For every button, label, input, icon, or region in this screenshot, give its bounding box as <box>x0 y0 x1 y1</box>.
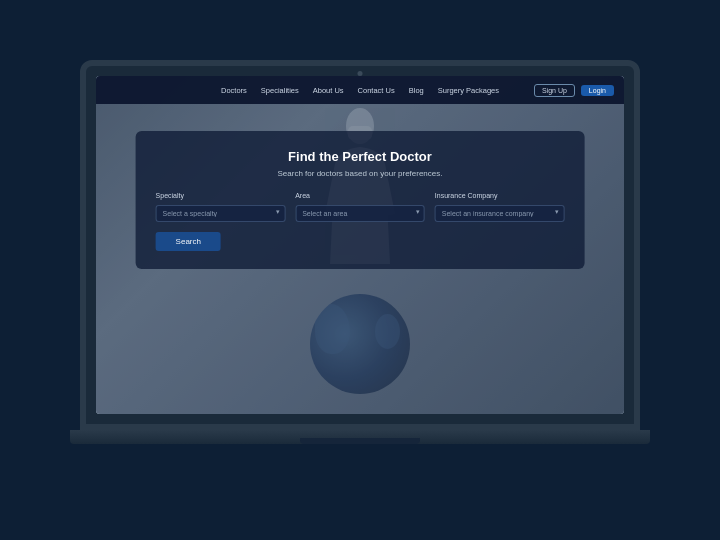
search-form: Specialty Select a specialty <box>156 192 565 251</box>
laptop-bezel: Doctors Specialities About Us Contact Us… <box>80 60 640 430</box>
area-label: Area <box>295 192 425 199</box>
hero-card: Find the Perfect Doctor Search for docto… <box>136 131 585 269</box>
search-fields: Specialty Select a specialty <box>156 192 565 222</box>
laptop-screen: Doctors Specialities About Us Contact Us… <box>96 76 624 414</box>
insurance-label: Insurance Company <box>435 192 565 199</box>
insurance-group: Insurance Company Select an insurance co… <box>435 192 565 222</box>
laptop-base <box>70 430 650 444</box>
website: Doctors Specialities About Us Contact Us… <box>96 76 624 414</box>
insurance-select[interactable]: Select an insurance company <box>435 205 565 222</box>
area-select[interactable]: Select an area <box>295 205 425 222</box>
nav-specialities[interactable]: Specialities <box>261 86 299 95</box>
nav-actions: Sign Up Login <box>534 84 614 97</box>
area-group: Area Select an area <box>295 192 425 222</box>
login-button[interactable]: Login <box>581 85 614 96</box>
laptop-container: Doctors Specialities About Us Contact Us… <box>70 60 650 480</box>
nav-blog[interactable]: Blog <box>409 86 424 95</box>
nav-about[interactable]: About Us <box>313 86 344 95</box>
specialty-select-wrapper: Select a specialty <box>156 202 286 222</box>
specialty-label: Specialty <box>156 192 286 199</box>
nav-surgery[interactable]: Surgery Packages <box>438 86 499 95</box>
navbar: Doctors Specialities About Us Contact Us… <box>96 76 624 104</box>
hero-title: Find the Perfect Doctor <box>156 149 565 164</box>
hero-subtitle: Search for doctors based on your prefere… <box>156 169 565 178</box>
search-button[interactable]: Search <box>156 232 221 251</box>
specialty-group: Specialty Select a specialty <box>156 192 286 222</box>
area-select-wrapper: Select an area <box>295 202 425 222</box>
nav-doctors[interactable]: Doctors <box>221 86 247 95</box>
signup-button[interactable]: Sign Up <box>534 84 575 97</box>
nav-contact[interactable]: Contact Us <box>358 86 395 95</box>
insurance-select-wrapper: Select an insurance company <box>435 202 565 222</box>
specialty-select[interactable]: Select a specialty <box>156 205 286 222</box>
hero-content: Find the Perfect Doctor Search for docto… <box>136 131 585 269</box>
